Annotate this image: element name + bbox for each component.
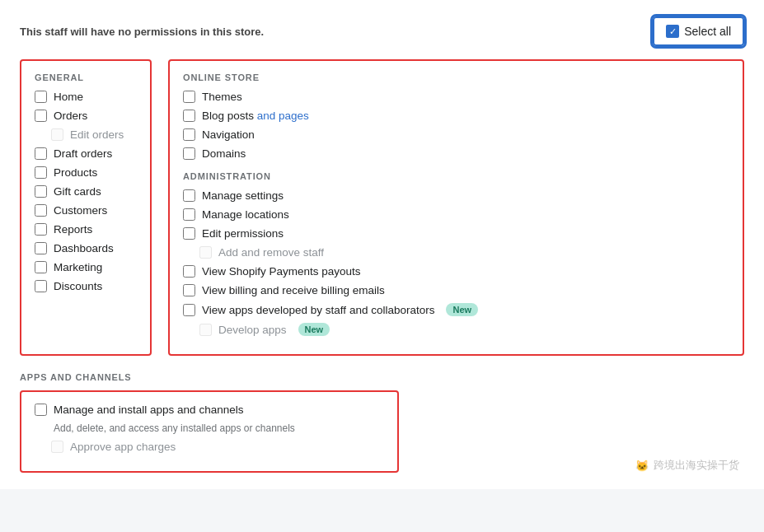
perm-manage-locations: Manage locations xyxy=(183,208,729,221)
top-bar: This staff will have no permissions in t… xyxy=(20,16,744,46)
general-section: GENERAL Home Orders Edit orders Draft or… xyxy=(20,59,152,356)
administration-section: ADMINISTRATION Manage settings Manage lo… xyxy=(183,171,729,336)
perm-blog-posts: Blog posts and pages xyxy=(183,110,729,122)
perm-products: Products xyxy=(35,166,137,179)
perm-edit-orders: Edit orders xyxy=(51,128,137,141)
perm-manage-settings: Manage settings xyxy=(183,189,729,202)
perm-domains-checkbox[interactable] xyxy=(183,147,195,160)
perm-edit-orders-label: Edit orders xyxy=(70,128,124,141)
select-all-label: Select all xyxy=(684,25,731,38)
perm-approve-app-charges-label: Approve app charges xyxy=(70,441,176,453)
perm-customers-checkbox[interactable] xyxy=(35,204,47,217)
perm-manage-settings-checkbox[interactable] xyxy=(183,189,195,202)
perm-navigation-label: Navigation xyxy=(202,128,255,141)
perm-blog-posts-checkbox[interactable] xyxy=(183,110,195,122)
perm-manage-locations-checkbox[interactable] xyxy=(183,208,195,221)
watermark-text: 跨境出海实操干货 xyxy=(654,458,739,473)
perm-view-apps-label: View apps developed by staff and collabo… xyxy=(202,304,434,316)
perm-view-apps: View apps developed by staff and collabo… xyxy=(183,303,729,316)
perm-themes: Themes xyxy=(183,91,729,103)
perm-products-checkbox[interactable] xyxy=(35,166,47,179)
perm-billing-label: View billing and receive billing emails xyxy=(202,284,385,296)
perm-add-remove-staff: Add and remove staff xyxy=(199,246,729,259)
view-apps-badge: New xyxy=(446,303,478,316)
perm-draft-orders-label: Draft orders xyxy=(54,147,112,160)
perm-develop-apps-label: Develop apps xyxy=(218,324,287,336)
perm-navigation-checkbox[interactable] xyxy=(183,128,195,141)
perm-themes-checkbox[interactable] xyxy=(183,91,195,103)
perm-manage-install-apps-checkbox[interactable] xyxy=(35,404,47,416)
perm-develop-apps: Develop apps New xyxy=(199,323,729,336)
perm-navigation: Navigation xyxy=(183,128,729,141)
general-title: GENERAL xyxy=(35,72,137,82)
notice-prefix: This staff will have xyxy=(20,26,118,38)
perm-marketing-label: Marketing xyxy=(54,261,102,273)
perm-billing: View billing and receive billing emails xyxy=(183,284,729,296)
administration-title: ADMINISTRATION xyxy=(183,171,729,181)
perm-gift-cards-label: Gift cards xyxy=(54,185,101,198)
perm-dashboards: Dashboards xyxy=(35,242,137,254)
perm-home-checkbox[interactable] xyxy=(35,91,47,103)
perm-manage-locations-label: Manage locations xyxy=(202,208,289,221)
perm-gift-cards-checkbox[interactable] xyxy=(35,185,47,198)
perm-products-label: Products xyxy=(54,166,97,179)
online-admin-section: ONLINE STORE Themes Blog posts and pages… xyxy=(168,59,744,356)
perm-home: Home xyxy=(35,91,137,103)
perm-customers-label: Customers xyxy=(54,204,107,217)
select-all-checkbox-icon: ✓ xyxy=(666,25,679,38)
perm-add-remove-staff-checkbox xyxy=(199,246,212,259)
perm-shopify-payments: View Shopify Payments payouts xyxy=(183,265,729,278)
watermark-icon: 🐱 xyxy=(635,460,649,472)
blog-posts-link[interactable]: and pages xyxy=(257,110,309,122)
watermark: 🐱 跨境出海实操干货 xyxy=(635,458,739,473)
perm-edit-permissions-checkbox[interactable] xyxy=(183,227,195,240)
perm-reports: Reports xyxy=(35,223,137,236)
perm-dashboards-checkbox[interactable] xyxy=(35,242,47,254)
perm-edit-permissions: Edit permissions xyxy=(183,227,729,240)
online-store-title: ONLINE STORE xyxy=(183,72,729,82)
perm-discounts-label: Discounts xyxy=(54,280,102,292)
develop-apps-badge: New xyxy=(298,323,330,336)
perm-marketing-checkbox[interactable] xyxy=(35,261,47,273)
perm-customers: Customers xyxy=(35,204,137,217)
perm-reports-label: Reports xyxy=(54,223,92,236)
perm-draft-orders: Draft orders xyxy=(35,147,137,160)
perm-gift-cards: Gift cards xyxy=(35,185,137,198)
perm-reports-checkbox[interactable] xyxy=(35,223,47,236)
perm-edit-permissions-label: Edit permissions xyxy=(202,227,284,240)
perm-themes-label: Themes xyxy=(202,91,242,103)
perm-domains-label: Domains xyxy=(202,147,246,160)
perm-view-apps-checkbox[interactable] xyxy=(183,304,195,316)
perm-home-label: Home xyxy=(54,91,83,103)
perm-orders-label: Orders xyxy=(54,110,87,122)
perm-discounts-checkbox[interactable] xyxy=(35,280,47,292)
perm-shopify-payments-checkbox[interactable] xyxy=(183,265,195,278)
perm-billing-checkbox[interactable] xyxy=(183,284,195,296)
notice-suffix: in this store. xyxy=(197,26,264,38)
perm-marketing: Marketing xyxy=(35,261,137,273)
permissions-columns: GENERAL Home Orders Edit orders Draft or… xyxy=(20,59,744,356)
apps-sub-text: Add, delete, and access any installed ap… xyxy=(54,422,384,434)
perm-blog-posts-label: Blog posts and pages xyxy=(202,110,309,122)
perm-orders: Orders xyxy=(35,110,137,122)
perm-draft-orders-checkbox[interactable] xyxy=(35,147,47,160)
notice-text: This staff will have no permissions in t… xyxy=(20,26,264,38)
perm-discounts: Discounts xyxy=(35,280,137,292)
select-all-button[interactable]: ✓ Select all xyxy=(653,16,744,46)
perm-approve-app-charges: Approve app charges xyxy=(51,441,384,453)
apps-channels-title: APPS AND CHANNELS xyxy=(20,372,744,382)
perm-develop-apps-checkbox xyxy=(199,324,212,336)
perm-manage-install-apps-label: Manage and install apps and channels xyxy=(54,404,243,416)
perm-shopify-payments-label: View Shopify Payments payouts xyxy=(202,265,361,278)
perm-edit-orders-checkbox xyxy=(51,128,63,141)
perm-approve-app-charges-checkbox xyxy=(51,441,63,453)
apps-channels-box: Manage and install apps and channels Add… xyxy=(20,390,399,473)
perm-domains: Domains xyxy=(183,147,729,160)
perm-orders-checkbox[interactable] xyxy=(35,110,47,122)
perm-dashboards-label: Dashboards xyxy=(54,242,114,254)
perm-manage-install-apps: Manage and install apps and channels xyxy=(35,404,384,416)
perm-add-remove-staff-label: Add and remove staff xyxy=(218,246,324,259)
notice-bold: no permissions xyxy=(118,26,197,38)
perm-manage-settings-label: Manage settings xyxy=(202,189,284,202)
